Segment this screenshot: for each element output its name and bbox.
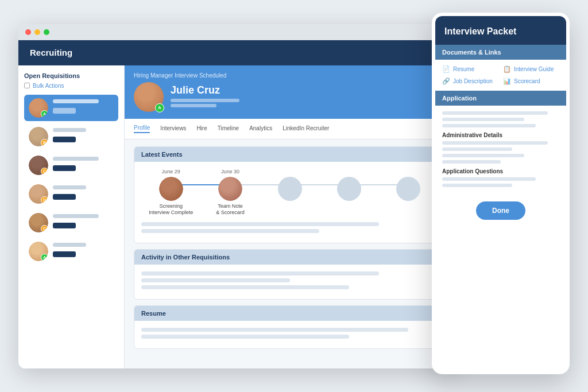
resume-body — [134, 321, 445, 348]
tab-analytics[interactable]: Analytics — [249, 125, 272, 133]
main-avatar-badge: A — [155, 103, 164, 112]
avatar-2: B — [29, 127, 48, 146]
activity-placeholder-2 — [141, 278, 290, 282]
badge-2: B — [41, 139, 48, 146]
candidate-details: Julie Cruz — [171, 84, 239, 109]
tag-5 — [53, 223, 76, 228]
main-content: Hiring Manager Interview Scheduled A Jul… — [125, 65, 455, 368]
name-line-4 — [53, 185, 86, 189]
latest-events-body: June 29 ScreeningInterview Complete — [134, 162, 445, 243]
questions-placeholder-2 — [442, 184, 512, 187]
link-guide-label: Interview Guide — [514, 66, 554, 72]
placeholder-2 — [141, 229, 319, 233]
tab-interviews[interactable]: Interviews — [160, 125, 186, 133]
candidate-info-1 — [53, 99, 114, 116]
sidebar-item-4[interactable]: D — [24, 181, 118, 207]
resume-header: Resume — [134, 306, 445, 321]
hiring-label: Hiring Manager Interview Scheduled — [134, 72, 446, 79]
candidate-name: Julie Cruz — [171, 84, 239, 96]
timeline-date-4 — [349, 169, 350, 174]
timeline-date-2: June 30 — [221, 169, 239, 174]
tag-2 — [53, 137, 76, 142]
badge-4: D — [41, 196, 48, 204]
minimize-button[interactable] — [34, 29, 40, 35]
name-line-6 — [53, 243, 86, 247]
activity-placeholder-3 — [141, 285, 349, 289]
timeline-circle-5 — [396, 177, 420, 201]
tag-1 — [53, 108, 76, 114]
timeline-date-5 — [408, 169, 409, 174]
sidebar-header: Open Requisitions — [24, 72, 118, 79]
link-resume-label: Resume — [453, 66, 474, 72]
timeline-item-2: June 30 Team Note& Scorecard — [200, 169, 260, 216]
tag-3 — [53, 165, 76, 171]
candidate-sub-lines — [171, 99, 239, 107]
badge-1: A — [41, 110, 48, 118]
timeline-avatar-2 — [218, 177, 242, 201]
resume-card: Resume — [134, 305, 446, 349]
link-scorecard[interactable]: 📊 Scorecard — [503, 77, 559, 85]
content-area: Latest Events June 29 Screen — [125, 139, 455, 368]
sidebar-item-6[interactable]: A — [24, 238, 118, 265]
badge-6: A — [41, 254, 48, 261]
bulk-checkbox[interactable] — [24, 83, 30, 88]
sidebar-item-3[interactable]: C — [24, 152, 118, 178]
avatar-4: D — [29, 184, 48, 204]
desktop-window: Recruiting Open Requisitions Bulk Action… — [18, 24, 455, 368]
badge-3: C — [41, 168, 48, 175]
admin-placeholder-3 — [442, 154, 524, 157]
candidate-profile: A Julie Cruz — [134, 82, 446, 112]
activity-header: Activity in Other Requisitions — [134, 250, 445, 265]
close-button[interactable] — [25, 29, 31, 35]
link-job-description[interactable]: 🔗 Job Description — [442, 77, 498, 85]
mobile-title: Interview Packet — [444, 26, 557, 37]
main-avatar-container: A — [134, 82, 164, 112]
timeline-circle-3 — [278, 177, 302, 201]
done-button[interactable]: Done — [476, 201, 525, 220]
timeline-label-1: ScreeningInterview Complete — [149, 203, 193, 216]
mobile-app-body: Administrative Details Application Quest… — [435, 106, 566, 196]
candidate-header: Hiring Manager Interview Scheduled A Jul… — [125, 65, 455, 119]
mobile-docs-section-header: Documents & Links — [435, 45, 566, 60]
name-line-2 — [53, 128, 86, 132]
resume-placeholder-2 — [141, 335, 349, 339]
scorecard-icon: 📊 — [503, 77, 511, 85]
tab-hire[interactable]: Hire — [196, 125, 207, 133]
maximize-button[interactable] — [44, 29, 49, 35]
app-placeholder-1 — [442, 111, 548, 115]
placeholder-1 — [141, 222, 379, 226]
mobile-header: Interview Packet — [435, 16, 566, 45]
sidebar-item-5[interactable]: C — [24, 209, 118, 236]
admin-placeholder-1 — [442, 141, 548, 145]
timeline-item-1: June 29 ScreeningInterview Complete — [141, 169, 200, 216]
sub-line-2 — [171, 104, 216, 107]
link-scorecard-label: Scorecard — [514, 78, 540, 84]
avatar-1: A — [29, 98, 48, 118]
avatar-3: C — [29, 156, 48, 175]
candidate-info-4 — [53, 185, 114, 202]
timeline-date-3 — [289, 169, 291, 174]
app-body: Open Requisitions Bulk Actions A — [18, 65, 455, 368]
tab-linkedin[interactable]: LinkedIn Recruiter — [283, 125, 329, 133]
candidate-info-3 — [53, 157, 114, 173]
tab-profile[interactable]: Profile — [134, 125, 150, 133]
tag-4 — [53, 194, 76, 200]
link-resume[interactable]: 📄 Resume — [442, 65, 498, 73]
timeline-circle-4 — [337, 177, 361, 201]
link-jd-label: Job Description — [453, 78, 493, 84]
name-line-1 — [53, 99, 99, 103]
link-interview-guide[interactable]: 📋 Interview Guide — [503, 65, 559, 73]
document-icon: 📄 — [442, 65, 450, 73]
questions-placeholder-1 — [442, 177, 536, 181]
window-titlebar — [18, 24, 455, 40]
sidebar-item-2[interactable]: B — [24, 123, 118, 150]
app-questions-label: Application Questions — [442, 168, 559, 174]
tab-timeline[interactable]: Timeline — [218, 125, 239, 133]
bulk-actions-label: Bulk Actions — [33, 83, 64, 89]
sidebar-item-1[interactable]: A — [24, 95, 118, 121]
avatar-5: C — [29, 213, 48, 232]
mobile-panel: Interview Packet Documents & Links 📄 Res… — [432, 13, 570, 374]
activity-card: Activity in Other Requisitions — [134, 249, 446, 300]
name-line-3 — [53, 157, 99, 161]
bulk-actions[interactable]: Bulk Actions — [24, 83, 118, 89]
